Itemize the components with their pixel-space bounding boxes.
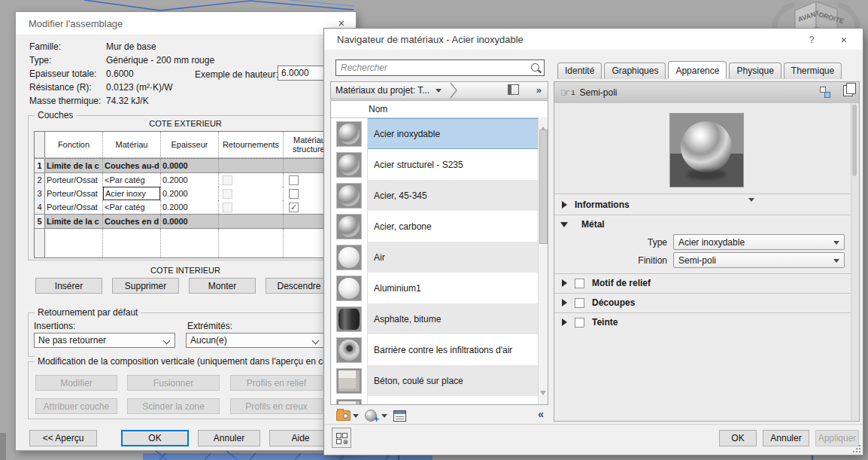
reveals-button[interactable]: Profils en creux bbox=[230, 398, 323, 414]
collapse-panel-icon[interactable]: « bbox=[538, 408, 544, 420]
layer-row[interactable]: 5 Limite de la c Couches en d 0.0000 bbox=[35, 214, 338, 229]
search-icon[interactable] bbox=[531, 63, 539, 72]
material-name[interactable]: Acier inoxydable bbox=[368, 118, 548, 149]
split-region-button[interactable]: Scinder la zone bbox=[127, 398, 220, 414]
edit-assembly-titlebar[interactable]: Modifier l'assemblage bbox=[16, 12, 356, 35]
material-list-item[interactable]: Acier inoxydable bbox=[331, 118, 548, 149]
expand-arrow-icon[interactable] bbox=[562, 318, 567, 326]
material-name[interactable]: Acier, 45-345 bbox=[368, 180, 548, 211]
ends-select[interactable]: Aucun(e) bbox=[186, 333, 324, 348]
material-list-item[interactable]: Aluminium1 bbox=[331, 273, 548, 303]
material-name[interactable] bbox=[368, 396, 548, 405]
resize-grip[interactable] bbox=[853, 445, 860, 452]
asset-browser-toggle-button[interactable]: ⊗ bbox=[332, 428, 351, 448]
relief-pattern-checkbox[interactable] bbox=[575, 279, 584, 288]
delete-button[interactable]: Supprimer bbox=[112, 278, 179, 294]
structural-checkbox[interactable] bbox=[289, 189, 299, 199]
material-list-toolbar: « bbox=[330, 407, 548, 425]
tab-apparence[interactable]: Apparence bbox=[668, 61, 727, 79]
section-informations[interactable]: Informations bbox=[562, 200, 630, 210]
metal-type-select[interactable]: Acier inoxydable bbox=[673, 234, 845, 250]
chevron-down-icon[interactable] bbox=[381, 414, 387, 418]
name-column-header[interactable]: Nom bbox=[369, 104, 387, 114]
material-list-item[interactable]: Béton, coulé sur place bbox=[331, 365, 548, 396]
expand-panel-icon[interactable]: » bbox=[536, 84, 542, 96]
section-metal[interactable]: Métal bbox=[560, 219, 605, 230]
material-list-item[interactable]: Acier, carbone bbox=[331, 211, 548, 242]
material-name[interactable]: Acier structurel - S235 bbox=[368, 149, 548, 180]
merge-regions-button[interactable]: Fusionner bbox=[127, 375, 220, 391]
modify-button[interactable]: Modifier bbox=[35, 375, 117, 391]
list-scrollbar[interactable] bbox=[538, 117, 548, 404]
insertions-select[interactable]: Ne pas retourner bbox=[34, 333, 175, 348]
tab-physique[interactable]: Physique bbox=[729, 62, 781, 79]
layer-row[interactable]: 4 Porteur/Ossat <Par catég 0.2000 ✓ bbox=[35, 200, 338, 214]
layer-row[interactable]: 1 Limite de la c Couches au-d 0.0000 bbox=[35, 158, 338, 173]
list-header[interactable]: Nom bbox=[331, 101, 548, 118]
material-name[interactable]: Barrière contre les infiltrations d'air bbox=[368, 334, 548, 365]
section-cutouts[interactable]: Découpes bbox=[562, 297, 635, 308]
tint-checkbox[interactable] bbox=[575, 318, 584, 327]
cancel-button[interactable]: Annuler bbox=[198, 430, 260, 446]
expand-arrow-icon[interactable] bbox=[562, 279, 567, 287]
metal-finish-select[interactable]: Semi-poli bbox=[673, 252, 845, 268]
duplicate-asset-icon[interactable] bbox=[843, 85, 853, 96]
assign-layers-button[interactable]: Attribuer couche bbox=[35, 398, 117, 414]
new-material-icon[interactable] bbox=[365, 410, 377, 422]
ok-button[interactable]: OK bbox=[719, 430, 757, 446]
expand-arrow-icon[interactable] bbox=[562, 201, 567, 209]
replace-asset-icon[interactable] bbox=[820, 87, 832, 98]
move-down-button[interactable]: Descendre bbox=[266, 278, 332, 294]
help-button[interactable]: Aide bbox=[269, 430, 332, 446]
scrollbar-thumb[interactable] bbox=[852, 105, 857, 176]
cancel-button[interactable]: Annuler bbox=[763, 430, 809, 446]
expand-arrow-icon[interactable] bbox=[562, 299, 567, 306]
material-name[interactable]: Béton, coulé sur place bbox=[368, 365, 548, 396]
material-edit-cell[interactable]: Acier inoxy bbox=[103, 187, 160, 200]
material-name[interactable]: Asphalte, bitume bbox=[368, 303, 548, 334]
ok-button[interactable]: OK bbox=[121, 430, 189, 446]
collapse-arrow-icon[interactable] bbox=[560, 222, 568, 227]
material-library-icon[interactable] bbox=[336, 410, 351, 421]
search-input[interactable]: Rechercher bbox=[335, 59, 545, 76]
material-list-item[interactable]: Barrière contre les infiltrations d'air bbox=[331, 334, 548, 365]
scroll-down-icon[interactable] bbox=[540, 391, 546, 401]
material-thumbnail bbox=[336, 276, 362, 301]
tab-thermique[interactable]: Thermique bbox=[784, 62, 842, 79]
material-list-item[interactable]: Air bbox=[331, 242, 548, 273]
material-name[interactable]: Air bbox=[368, 242, 548, 273]
tab-graphiques[interactable]: Graphiques bbox=[604, 62, 666, 79]
material-name[interactable]: Acier, carbone bbox=[368, 211, 548, 242]
panel-layout-icon[interactable] bbox=[508, 84, 519, 95]
scrollbar-thumb[interactable] bbox=[539, 129, 548, 244]
preview-toggle-button[interactable]: << Aperçu bbox=[29, 430, 97, 446]
help-icon[interactable]: ? bbox=[803, 32, 821, 47]
sweeps-button[interactable]: Profils en relief bbox=[230, 375, 323, 391]
structural-checkbox-checked[interactable]: ✓ bbox=[289, 203, 299, 212]
material-name[interactable]: Aluminium1 bbox=[368, 273, 548, 303]
structural-checkbox[interactable] bbox=[289, 175, 299, 185]
asset-header[interactable]: ☞ 1 Semi-poli bbox=[554, 82, 859, 104]
material-list-item[interactable] bbox=[331, 396, 548, 405]
material-list-item[interactable]: Acier structurel - S235 bbox=[331, 149, 548, 180]
chevron-down-icon[interactable] bbox=[353, 414, 359, 418]
apply-button[interactable]: Appliquer bbox=[815, 430, 859, 446]
material-list-item[interactable]: Asphalte, bitume bbox=[331, 303, 548, 334]
preview-options-icon[interactable] bbox=[748, 198, 754, 202]
section-tint[interactable]: Teinte bbox=[562, 317, 618, 327]
section-relief-pattern[interactable]: Motif de relief bbox=[562, 278, 651, 288]
project-materials-filter[interactable]: Matériaux du projet: T... » bbox=[330, 81, 548, 99]
layer-row[interactable]: 2 Porteur/Ossat <Par catég 0.2000 bbox=[35, 173, 338, 187]
close-icon[interactable]: × bbox=[833, 30, 855, 48]
tab-identite[interactable]: Identité bbox=[557, 62, 602, 79]
material-browser-titlebar[interactable]: Navigateur de matériaux - Acier inoxydab… bbox=[324, 29, 863, 50]
appearance-scrollbar[interactable] bbox=[851, 103, 858, 420]
resistance-value: 0.0123 (m²·K)/W bbox=[106, 82, 173, 93]
material-list-item[interactable]: Acier, 45-345 bbox=[331, 180, 548, 211]
cutouts-checkbox[interactable] bbox=[575, 298, 584, 308]
material-editor-icon[interactable] bbox=[393, 410, 406, 422]
layer-row-editing[interactable]: 3 Porteur/Ossat Acier inoxy 0.2000 bbox=[35, 187, 338, 200]
material-preview-image[interactable] bbox=[669, 113, 744, 187]
move-up-button[interactable]: Monter bbox=[189, 278, 256, 294]
insert-button[interactable]: Insérer bbox=[35, 278, 102, 294]
